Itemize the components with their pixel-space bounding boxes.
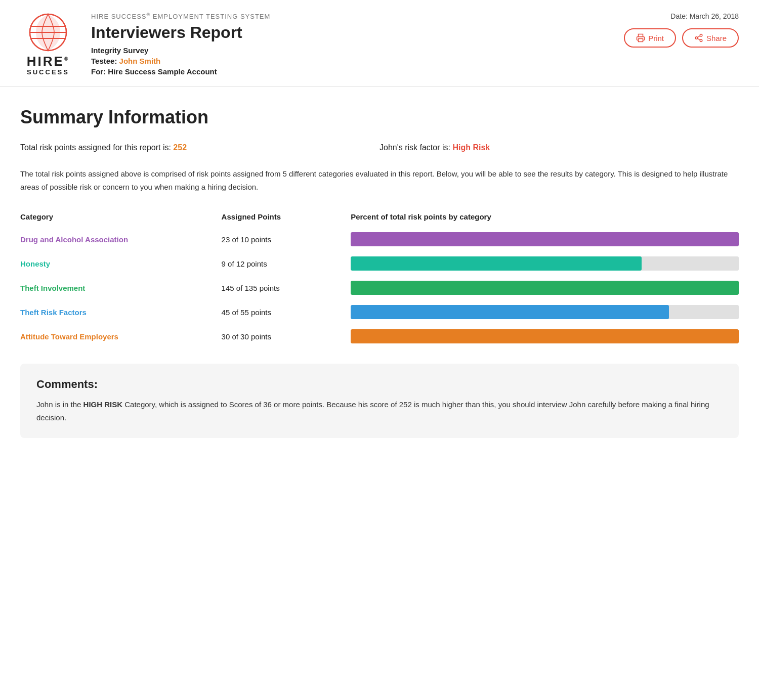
testee-name: John Smith	[119, 57, 161, 65]
logo-success: SUCCESS	[27, 68, 69, 76]
bar-container	[351, 329, 739, 343]
col-header-points: Assigned Points	[222, 208, 351, 227]
svg-line-10	[697, 38, 700, 40]
summary-stats: Total risk points assigned for this repo…	[20, 143, 739, 152]
bar-fill	[351, 232, 739, 246]
category-bar-cell	[351, 300, 739, 324]
svg-point-9	[700, 39, 702, 42]
comments-box: Comments: John is in the HIGH RISK Categ…	[20, 364, 739, 438]
total-risk-value: 252	[173, 143, 187, 152]
bar-fill	[351, 305, 669, 319]
bar-fill	[351, 329, 739, 343]
share-icon	[694, 33, 703, 42]
risk-factor-value: High Risk	[452, 143, 490, 152]
category-name[interactable]: Drug and Alcohol Association	[20, 227, 222, 251]
table-row: Drug and Alcohol Association23 of 10 poi…	[20, 227, 739, 251]
page-header: HIRE® SUCCESS HIRE SUCCESS® EMPLOYMENT T…	[0, 0, 759, 86]
comments-title: Comments:	[36, 378, 723, 391]
svg-line-11	[697, 36, 700, 37]
table-row: Theft Risk Factors45 of 55 points	[20, 300, 739, 324]
category-points: 9 of 12 points	[222, 251, 351, 276]
logo-icon	[28, 12, 68, 53]
col-header-bar: Percent of total risk points by category	[351, 208, 739, 227]
date-display: Date: March 26, 2018	[670, 12, 739, 20]
category-bar-cell	[351, 324, 739, 348]
survey-name: Integrity Survey	[91, 46, 622, 55]
svg-rect-6	[639, 39, 643, 42]
print-button[interactable]: Print	[624, 28, 676, 48]
category-points: 30 of 30 points	[222, 324, 351, 348]
risk-factor-stat: John's risk factor is: High Risk	[380, 143, 739, 152]
system-title: HIRE SUCCESS® EMPLOYMENT TESTING SYSTEM	[91, 12, 622, 20]
category-name[interactable]: Theft Involvement	[20, 276, 222, 300]
share-button[interactable]: Share	[682, 28, 739, 48]
category-table: Category Assigned Points Percent of tota…	[20, 208, 739, 348]
category-bar-cell	[351, 227, 739, 251]
logo-hire: HIRE®	[27, 54, 70, 69]
category-bar-cell	[351, 251, 739, 276]
testee-line: Testee: John Smith	[91, 57, 622, 65]
action-buttons: Print Share	[624, 28, 739, 48]
category-points: 45 of 55 points	[222, 300, 351, 324]
category-name[interactable]: Theft Risk Factors	[20, 300, 222, 324]
category-points: 145 of 135 points	[222, 276, 351, 300]
col-header-category: Category	[20, 208, 222, 227]
table-row: Theft Involvement145 of 135 points	[20, 276, 739, 300]
category-points: 23 of 10 points	[222, 227, 351, 251]
category-name[interactable]: Honesty	[20, 251, 222, 276]
for-line: For: Hire Success Sample Account	[91, 67, 622, 76]
bar-container	[351, 281, 739, 295]
bar-container	[351, 256, 739, 271]
summary-title: Summary Information	[20, 107, 739, 128]
logo-area: HIRE® SUCCESS	[20, 12, 76, 76]
bar-fill	[351, 256, 642, 271]
bar-container	[351, 305, 739, 319]
svg-point-8	[695, 37, 698, 39]
category-name[interactable]: Attitude Toward Employers	[20, 324, 222, 348]
bar-container	[351, 232, 739, 246]
table-row: Attitude Toward Employers30 of 30 points	[20, 324, 739, 348]
summary-description: The total risk points assigned above is …	[20, 167, 739, 193]
total-risk-stat: Total risk points assigned for this repo…	[20, 143, 380, 152]
table-row: Honesty9 of 12 points	[20, 251, 739, 276]
svg-point-7	[700, 34, 702, 37]
bar-fill	[351, 281, 739, 295]
category-bar-cell	[351, 276, 739, 300]
header-info: HIRE SUCCESS® EMPLOYMENT TESTING SYSTEM …	[91, 12, 622, 76]
header-right: Date: March 26, 2018 Print Sh	[622, 12, 739, 48]
report-title: Interviewers Report	[91, 23, 622, 42]
comments-text: John is in the HIGH RISK Category, which…	[36, 398, 723, 424]
print-icon	[636, 33, 645, 42]
main-content: Summary Information Total risk points as…	[0, 86, 759, 458]
